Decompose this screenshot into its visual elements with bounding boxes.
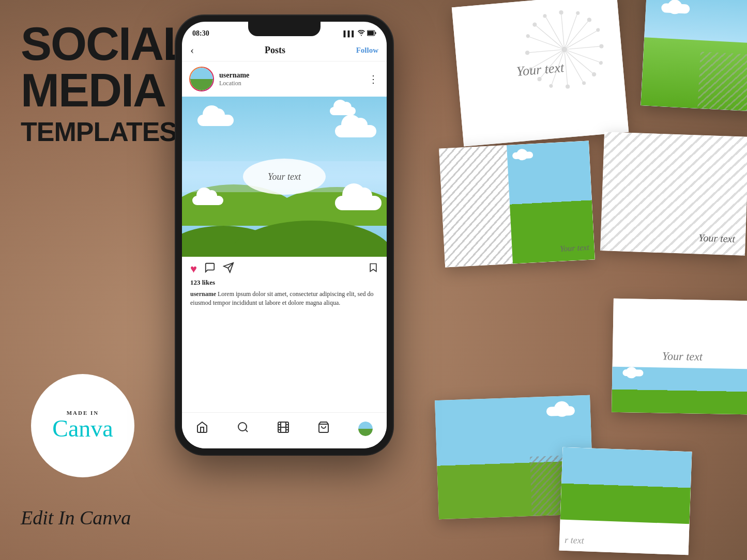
- caption-username: username: [190, 290, 216, 298]
- svg-point-11: [238, 423, 247, 431]
- avatar[interactable]: [189, 67, 214, 91]
- nav-reels-icon[interactable]: [277, 421, 289, 437]
- action-row: ♥: [182, 257, 387, 278]
- template-card-4: Your text: [439, 141, 595, 268]
- comment-icon[interactable]: [204, 262, 216, 276]
- svg-rect-1: [368, 31, 374, 35]
- template-card-1: Your text: [452, 0, 629, 146]
- canva-logo-text: Canva: [52, 416, 113, 442]
- insta-header: ‹ Posts Follow: [182, 41, 387, 61]
- profile-info: username Location: [219, 71, 249, 87]
- cloud-3: [335, 125, 376, 137]
- template-card-2: [641, 0, 747, 112]
- post-image: Your text: [182, 97, 387, 257]
- svg-line-37: [565, 47, 592, 75]
- svg-line-25: [565, 50, 568, 86]
- card-7-text: r text: [565, 535, 584, 546]
- back-button[interactable]: ‹: [190, 43, 194, 57]
- phone-notch: [248, 22, 321, 36]
- svg-point-50: [599, 61, 603, 65]
- more-options-icon[interactable]: ⋮: [368, 73, 379, 85]
- svg-point-38: [592, 72, 596, 76]
- template-card-3: Your text: [600, 132, 747, 256]
- profile-username: username: [219, 71, 249, 80]
- battery-icon: [367, 30, 376, 37]
- phone-outer: 08:30 ▌▌▌ ‹ Posts Follow: [176, 15, 393, 455]
- post-text-overlay: Your text: [243, 159, 326, 195]
- card-4-text: Your text: [559, 243, 589, 254]
- wifi-icon: [358, 30, 365, 37]
- phone-screen: 08:30 ▌▌▌ ‹ Posts Follow: [182, 22, 387, 448]
- svg-point-42: [576, 11, 580, 15]
- card-3-content: Your text: [600, 132, 747, 256]
- svg-point-46: [596, 28, 600, 32]
- svg-point-52: [550, 84, 553, 88]
- card-3-text: Your text: [698, 232, 736, 245]
- caption-area: username Lorem ipsum dolor sit amet, con…: [182, 289, 387, 312]
- title-line1: SOCIAL MEDIA: [21, 21, 190, 114]
- card-5-text: Your text: [662, 349, 703, 363]
- svg-point-30: [600, 44, 604, 49]
- status-icons: ▌▌▌: [344, 30, 376, 37]
- svg-line-33: [562, 22, 590, 50]
- caption-text: Lorem ipsum dolor sit amet, consectetur …: [190, 290, 374, 306]
- canva-badge: MADE IN Canva: [31, 374, 134, 477]
- card-5-landscape: [612, 367, 747, 415]
- nav-home-icon[interactable]: [196, 421, 208, 437]
- svg-point-26: [566, 85, 570, 89]
- cloud-1: [197, 115, 234, 126]
- svg-marker-10: [370, 264, 376, 272]
- profile-left: username Location: [189, 67, 249, 91]
- left-content: SOCIAL MEDIA TEMPLATES: [21, 21, 190, 147]
- follow-button[interactable]: Follow: [356, 46, 378, 55]
- card-7-content: r text: [559, 447, 692, 555]
- dandelion-icon: [514, 0, 615, 100]
- svg-point-28: [525, 51, 529, 55]
- svg-line-23: [561, 13, 565, 50]
- svg-line-31: [537, 24, 565, 52]
- template-card-5: Your text: [612, 299, 747, 415]
- like-icon[interactable]: ♥: [190, 262, 197, 276]
- svg-point-44: [526, 35, 530, 38]
- subtitle: TEMPLATES: [21, 116, 190, 147]
- svg-point-54: [582, 81, 586, 85]
- svg-point-24: [559, 10, 563, 14]
- cloud-5: [335, 196, 382, 210]
- edit-canva-label: Edit In Canva: [21, 506, 131, 529]
- signal-icon: ▌▌▌: [344, 30, 356, 37]
- phone-mockup: 08:30 ▌▌▌ ‹ Posts Follow: [176, 15, 393, 455]
- card-1-content: Your text: [452, 0, 629, 146]
- svg-rect-2: [375, 32, 376, 34]
- card-7-scene: [560, 447, 692, 524]
- card-5-content: Your text: [612, 299, 747, 415]
- svg-line-12: [245, 429, 247, 431]
- post-scene: Your text: [182, 97, 387, 257]
- bottom-nav: [182, 412, 387, 448]
- card-5-cloud-top: [626, 367, 637, 378]
- made-in-label: MADE IN: [67, 410, 99, 416]
- profile-location: Location: [219, 80, 249, 87]
- svg-point-34: [587, 18, 591, 22]
- nav-profile-icon[interactable]: [358, 422, 373, 436]
- svg-line-27: [528, 50, 565, 53]
- svg-point-36: [538, 77, 542, 81]
- share-icon[interactable]: [223, 262, 234, 276]
- svg-rect-7: [182, 244, 387, 257]
- template-card-7: r text: [559, 447, 692, 555]
- svg-line-29: [565, 46, 601, 50]
- likes-count: 123 likes: [182, 278, 387, 289]
- status-time: 08:30: [192, 29, 209, 38]
- bookmark-icon[interactable]: [368, 262, 378, 276]
- cloud-2: [330, 107, 356, 115]
- svg-point-40: [543, 14, 547, 18]
- nav-search-icon[interactable]: [237, 421, 249, 437]
- card-4-content: Your text: [439, 141, 595, 268]
- cloud-4: [192, 196, 223, 205]
- action-left: ♥: [190, 262, 234, 276]
- card-2-stripes: [697, 52, 747, 112]
- screen-title: Posts: [265, 45, 285, 56]
- nav-shop-icon[interactable]: [317, 421, 330, 437]
- profile-row: username Location ⋮: [182, 61, 387, 97]
- svg-point-32: [533, 23, 537, 27]
- cards-area: Your text Your text Your text: [432, 0, 747, 560]
